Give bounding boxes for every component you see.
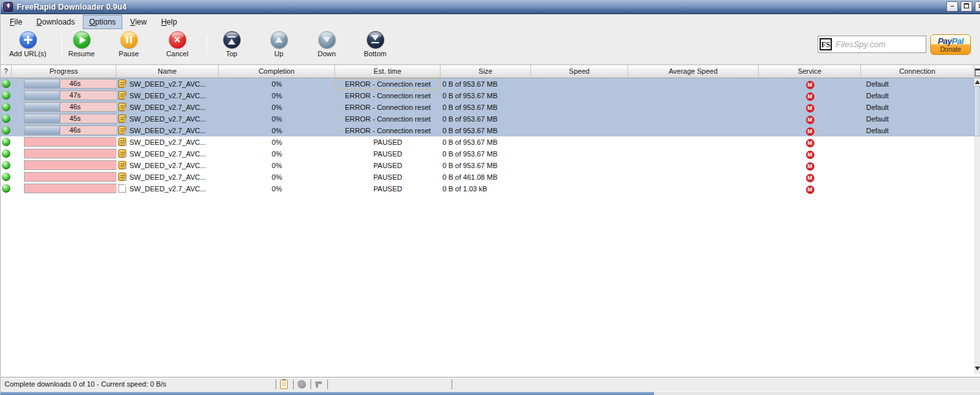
menu-view[interactable]: View	[124, 15, 153, 29]
vertical-scrollbar[interactable]	[974, 78, 980, 374]
service-mega-icon: M	[806, 81, 814, 89]
est-time-value: ERROR - Connection reset	[335, 78, 441, 90]
progress-bar: 46s	[24, 102, 116, 112]
column-header-completion[interactable]: Completion	[219, 65, 335, 78]
archive-file-icon	[118, 114, 126, 123]
connection-faucet-icon[interactable]	[314, 379, 323, 389]
minimize-button[interactable]: –	[946, 1, 958, 12]
speed-value	[531, 148, 628, 160]
title-bar[interactable]: FreeRapid Downloader 0.9u4 – ✕	[1, 0, 980, 14]
horizontal-scrollbar-thumb[interactable]	[1, 392, 654, 395]
column-header-speed[interactable]: Speed	[531, 65, 628, 78]
resume-button[interactable]: Resume	[63, 31, 100, 58]
top-button[interactable]: Top	[213, 31, 250, 58]
connection-value: Default	[861, 101, 974, 113]
toolbar-separator	[206, 36, 207, 55]
file-name: SW_DEED_v2.7_AVC...	[116, 138, 206, 146]
average-speed-value	[628, 160, 759, 171]
est-time-value: ERROR - Connection reset	[335, 101, 441, 113]
download-row[interactable]: SW_DEED_v2.7_AVC...0%PAUSED0 B of 953.67…	[1, 160, 974, 171]
pause-button[interactable]: Pause	[111, 31, 147, 58]
status-ok-icon	[2, 138, 10, 146]
archive-file-icon	[118, 138, 126, 146]
window-title: FreeRapid Downloader 0.9u4	[17, 3, 127, 12]
connection-value: Default	[861, 90, 974, 101]
toolbar: Add URL(s) Resume Pause ✕ Cancel Top Up …	[1, 29, 980, 65]
pause-icon	[120, 31, 138, 48]
download-row[interactable]: SW_DEED_v2.7_AVC...0%PAUSED0 B of 1.03 k…	[1, 183, 974, 195]
progress-time	[25, 184, 116, 193]
status-ok-icon	[2, 114, 10, 123]
paypal-donate-button[interactable]: PayPal Donate	[930, 34, 971, 55]
progress-time: 47s	[25, 91, 116, 100]
sound-muted-icon[interactable]	[298, 379, 306, 389]
speed-value	[531, 125, 628, 136]
column-header-name[interactable]: Name	[116, 65, 219, 78]
download-row[interactable]: 46sSW_DEED_v2.7_AVC...0%ERROR - Connecti…	[1, 101, 974, 113]
cancel-button[interactable]: ✕ Cancel	[159, 31, 195, 58]
file-name: SW_DEED_v2.7_AVC...	[116, 185, 206, 193]
menu-downloads[interactable]: Downloads	[30, 15, 81, 29]
download-row[interactable]: 46sSW_DEED_v2.7_AVC...0%ERROR - Connecti…	[1, 78, 974, 90]
connection-value: Default	[861, 78, 974, 90]
scrollbar-thumb[interactable]	[974, 86, 980, 136]
status-ok-icon	[2, 103, 10, 111]
completion-value: 0%	[219, 136, 335, 148]
column-header-service[interactable]: Service	[759, 65, 861, 78]
completion-value: 0%	[219, 113, 335, 125]
add-urls-button[interactable]: Add URL(s)	[6, 31, 49, 58]
search-input[interactable]	[832, 39, 921, 49]
download-row[interactable]: 46sSW_DEED_v2.7_AVC...0%ERROR - Connecti…	[1, 125, 974, 136]
download-row[interactable]: 47sSW_DEED_v2.7_AVC...0%ERROR - Connecti…	[1, 90, 974, 101]
completion-value: 0%	[219, 90, 335, 101]
bottom-button[interactable]: Bottom	[356, 31, 394, 58]
table-config-button[interactable]	[974, 65, 980, 78]
progress-time	[25, 161, 116, 169]
menu-file[interactable]: File	[3, 15, 28, 29]
menu-options[interactable]: Options	[83, 15, 122, 29]
service-mega-icon: M	[806, 174, 814, 182]
filesspy-search[interactable]: FS	[818, 36, 926, 53]
up-button[interactable]: Up	[261, 31, 297, 58]
speed-value	[531, 160, 628, 171]
progress-bar: 47s	[24, 91, 116, 100]
column-header-size[interactable]: Size	[441, 65, 531, 78]
archive-file-icon	[118, 149, 126, 158]
status-ok-icon	[2, 161, 10, 169]
scroll-up-arrow-icon[interactable]	[975, 80, 980, 84]
maximize-button[interactable]	[961, 1, 972, 12]
clipboard-monitor-icon[interactable]	[280, 379, 288, 389]
menu-help[interactable]: Help	[155, 15, 184, 29]
progress-bar	[24, 172, 116, 182]
scroll-down-arrow-icon[interactable]	[975, 367, 980, 370]
column-header-connection[interactable]: Connection	[861, 65, 974, 78]
app-icon	[3, 2, 13, 12]
size-value: 0 B of 953.67 MB	[441, 113, 531, 125]
download-row[interactable]: SW_DEED_v2.7_AVC...0%PAUSED0 B of 953.67…	[1, 136, 974, 148]
cancel-icon: ✕	[169, 31, 186, 48]
completion-value: 0%	[219, 101, 335, 113]
connection-value	[861, 136, 974, 148]
download-row[interactable]: 45sSW_DEED_v2.7_AVC...0%ERROR - Connecti…	[1, 113, 974, 125]
down-button[interactable]: Down	[309, 31, 345, 58]
resume-icon	[73, 31, 91, 48]
column-header-[interactable]: ?	[1, 65, 12, 78]
horizontal-scrollbar[interactable]	[1, 391, 980, 395]
size-value: 0 B of 461.08 MB	[441, 171, 531, 183]
column-header-est-time[interactable]: Est. time	[335, 65, 441, 78]
close-button[interactable]: ✕	[975, 1, 980, 12]
download-row[interactable]: SW_DEED_v2.7_AVC...0%PAUSED0 B of 953.67…	[1, 148, 974, 160]
document-file-icon	[118, 184, 126, 193]
paypal-logo: PayPal	[938, 37, 964, 45]
completion-value: 0%	[219, 183, 335, 195]
column-header-average-speed[interactable]: Average Speed	[628, 65, 759, 78]
connection-value	[861, 171, 974, 183]
average-speed-value	[628, 136, 759, 148]
filesspy-logo-icon: FS	[820, 38, 832, 50]
size-value: 0 B of 953.67 MB	[441, 136, 531, 148]
size-value: 0 B of 953.67 MB	[441, 90, 531, 101]
download-row[interactable]: SW_DEED_v2.7_AVC...0%PAUSED0 B of 461.08…	[1, 171, 974, 183]
column-header-progress[interactable]: Progress	[12, 65, 116, 78]
file-name: SW_DEED_v2.7_AVC...	[116, 173, 206, 181]
est-time-value: ERROR - Connection reset	[335, 125, 441, 136]
